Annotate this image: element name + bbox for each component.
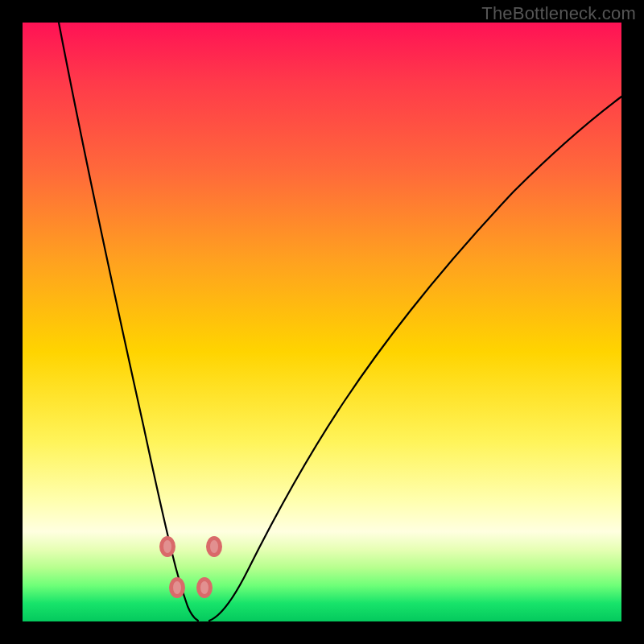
- marker-dot: [163, 540, 171, 553]
- marker-dot: [173, 581, 181, 594]
- marker-dot: [210, 540, 218, 553]
- series-right-branch: [209, 97, 621, 621]
- marker-dot: [200, 581, 208, 594]
- plot-area: [23, 23, 621, 621]
- markers: [160, 537, 221, 597]
- series-left-branch: [59, 23, 198, 621]
- curve-layer: [23, 23, 621, 621]
- chart-frame: TheBottleneck.com: [0, 0, 644, 644]
- watermark-text: TheBottleneck.com: [481, 3, 636, 24]
